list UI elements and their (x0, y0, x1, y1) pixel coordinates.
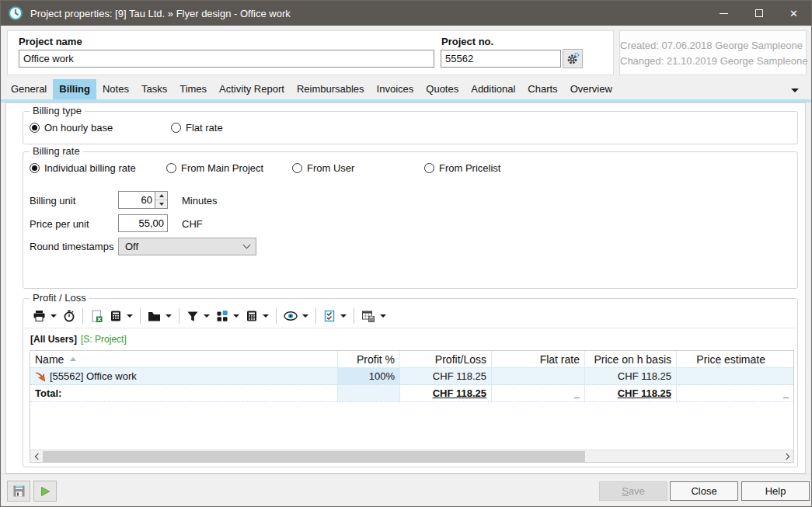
tab-reimbursables[interactable]: Reimbursables (291, 79, 371, 99)
scroll-left-button[interactable] (30, 450, 43, 463)
round-timestamps-dropdown[interactable]: Off (118, 238, 256, 255)
scrollbar-thumb[interactable] (43, 451, 585, 462)
project-fields-box: Project name Project no. (7, 30, 614, 75)
tab-activity-report[interactable]: Activity Report (213, 79, 291, 99)
folder-button[interactable] (145, 307, 175, 325)
tab-general[interactable]: General (5, 79, 53, 99)
column-header-profit-pct[interactable]: Profit % (338, 351, 400, 367)
save-button[interactable]: Save (599, 481, 667, 501)
maximize-icon (755, 9, 763, 17)
visibility-button[interactable] (281, 307, 312, 325)
stepper-down-button[interactable] (155, 200, 167, 208)
radio-label: Flat rate (186, 122, 223, 134)
tab-overview[interactable]: Overview (564, 79, 619, 99)
tab-times[interactable]: Times (173, 79, 213, 99)
tab-charts[interactable]: Charts (521, 79, 563, 99)
radio-from-main-project[interactable]: From Main Project (166, 162, 263, 174)
billing-unit-stepper (155, 191, 168, 209)
export-excel-button[interactable] (87, 307, 106, 325)
round-timestamps-label: Round timestamps (30, 241, 113, 252)
footer-bar: Save Close Help (1, 474, 811, 506)
column-header-profit-loss[interactable]: Profit/Loss (400, 351, 492, 367)
column-label: Name (35, 353, 64, 366)
column-header-price-on-h-basis[interactable]: Price on h basis (585, 351, 677, 367)
sum-table-button[interactable] (106, 307, 136, 325)
total-price-on-h-basis-cell: CHF 118.25 (585, 385, 677, 401)
column-header-price-estimate[interactable]: Price estimate (677, 351, 793, 367)
total-label-cell: Total: (30, 385, 338, 401)
filter-button[interactable] (183, 307, 213, 325)
quick-save-button[interactable] (7, 481, 30, 502)
chevron-down-icon (791, 89, 799, 92)
dropdown-caret-icon (166, 314, 172, 318)
radio-from-pricelist[interactable]: From Pricelist (424, 162, 500, 174)
stopwatch-button[interactable] (60, 307, 78, 325)
tab-quotes[interactable]: Quotes (420, 79, 465, 99)
column-label: Price on h basis (594, 353, 671, 366)
project-no-settings-button[interactable] (563, 49, 583, 68)
dropdown-caret-icon (302, 314, 308, 318)
project-name-input[interactable] (19, 50, 434, 68)
name-cell: [55562] Office work (30, 368, 338, 384)
help-button[interactable]: Help (741, 481, 810, 501)
table-save-button[interactable] (358, 307, 389, 325)
radio-icon (424, 163, 434, 173)
radio-on-hourly-base[interactable]: On hourly base (30, 122, 113, 134)
dropdown-caret-icon (263, 314, 269, 318)
column-header-flat-rate[interactable]: Flat rate (492, 351, 585, 367)
print-button[interactable] (30, 307, 60, 325)
tab-invoices[interactable]: Invoices (371, 79, 420, 99)
checklist-icon (323, 310, 336, 322)
profit-loss-cell: CHF 118.25 (400, 368, 492, 384)
dropdown-caret-icon (127, 314, 133, 318)
toolbar-separator (179, 308, 179, 324)
dropdown-caret-icon (233, 314, 239, 318)
billing-unit-input[interactable] (118, 191, 155, 209)
maximize-button[interactable] (741, 1, 776, 26)
project-no-input[interactable] (441, 50, 561, 68)
radio-individual-billing-rate[interactable]: Individual billing rate (30, 162, 136, 174)
radio-from-user[interactable]: From User (292, 162, 354, 174)
calculator-button[interactable] (242, 307, 272, 325)
project-arrow-icon (35, 371, 46, 382)
column-label: Price estimate (696, 353, 765, 366)
flat-rate-cell (492, 368, 585, 384)
tab-notes[interactable]: Notes (96, 79, 135, 99)
tab-billing[interactable]: Billing (53, 79, 96, 99)
close-dialog-button[interactable]: Close (670, 481, 738, 501)
gear-icon (566, 52, 580, 65)
close-button[interactable]: ✕ (776, 1, 811, 26)
billing-type-legend: Billing type (30, 106, 85, 116)
tab-tasks[interactable]: Tasks (135, 79, 173, 99)
billing-unit-suffix: Minutes (182, 195, 218, 207)
arrow-up-icon (159, 194, 164, 197)
column-header-name[interactable]: Name (30, 351, 338, 367)
scroll-right-button[interactable] (781, 450, 793, 463)
table-total-row: Total: CHF 118.25 _ CHF 118.25 _ (30, 385, 793, 402)
tab-overflow-button[interactable] (786, 84, 803, 96)
table-row[interactable]: [55562] Office work 100% CHF 118.25 CHF … (30, 368, 793, 385)
radio-flat-rate[interactable]: Flat rate (171, 122, 223, 134)
column-check-button[interactable] (320, 307, 350, 325)
radio-label: From Pricelist (439, 162, 500, 174)
radio-icon (30, 163, 40, 173)
billing-tab-panel: Billing type On hourly base Flat rate Bi… (5, 102, 806, 474)
window-controls: ✕ (706, 1, 811, 26)
stepper-up-button[interactable] (155, 192, 167, 200)
sort-asc-icon (70, 357, 76, 361)
start-timer-button[interactable] (33, 481, 57, 502)
tab-additional[interactable]: Additional (465, 79, 521, 99)
eye-icon (284, 311, 298, 321)
created-info: Created: 07.06.2018 George Sampleone (620, 38, 796, 54)
column-label: Flat rate (540, 353, 580, 366)
radio-label: On hourly base (44, 122, 113, 134)
price-per-unit-input[interactable] (118, 214, 168, 232)
round-timestamps-value: Off (125, 241, 244, 252)
group-by-icon (216, 310, 228, 322)
header-section: Project name Project no. Created: 07.06.… (1, 26, 811, 79)
horizontal-scrollbar[interactable] (30, 450, 793, 462)
minimize-icon (720, 13, 728, 14)
minimize-button[interactable] (706, 1, 741, 26)
radio-label: From User (307, 162, 354, 174)
group-by-button[interactable] (213, 307, 242, 325)
